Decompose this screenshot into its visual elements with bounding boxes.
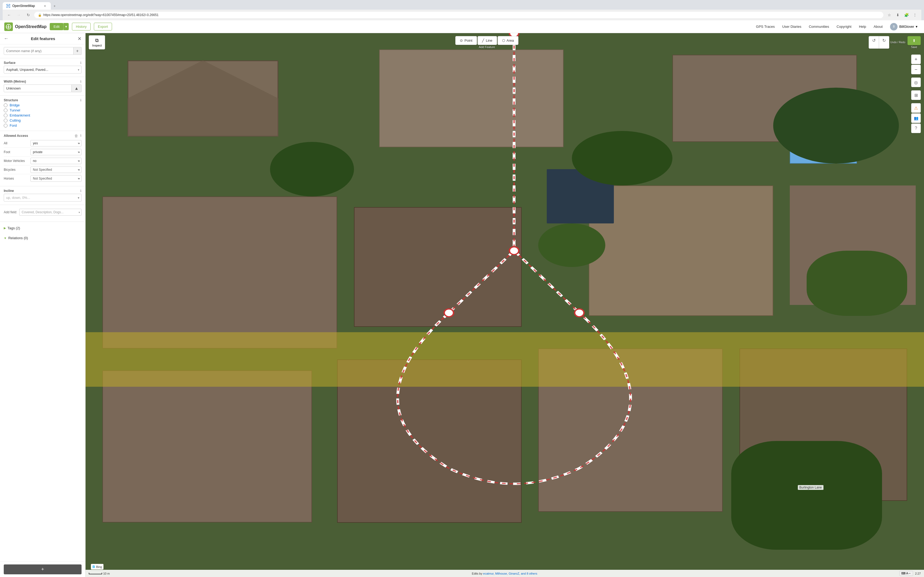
copyright-link[interactable]: Copyright	[834, 24, 854, 30]
url-bar[interactable]: 🔒 https://www.openstreetmap.org/edit?way…	[34, 12, 884, 18]
structure-bridge-option[interactable]: Bridge	[4, 103, 82, 107]
sidebar: ← Edit features ✕ + Surface ℹ	[0, 33, 85, 577]
map-area[interactable]: Burlington Lane B Bing ⧉ Inspect	[85, 33, 924, 577]
help-button[interactable]: ?	[911, 124, 921, 133]
map-path-svg	[85, 33, 924, 577]
keyboard-shortcuts-button[interactable]: ⌨ A↔	[900, 571, 913, 576]
new-tab-button[interactable]: +	[51, 2, 58, 10]
access-bicycles-select[interactable]: Not Specified	[31, 166, 82, 173]
attribution-link[interactable]: ecatmur, Milhouse, GinaroZ, and 8 others	[483, 572, 537, 575]
edit-button[interactable]: Edit	[50, 23, 63, 30]
structure-cutting-option[interactable]: Cutting	[4, 118, 82, 122]
structure-ford-radio[interactable]	[4, 124, 8, 127]
undo-button[interactable]: ↺	[869, 36, 879, 48]
surface-label-row: Surface ℹ	[4, 61, 82, 64]
user-avatar: B	[890, 23, 898, 31]
common-name-input[interactable]	[4, 47, 74, 55]
access-all-select[interactable]: yes	[31, 140, 82, 147]
communities-link[interactable]: Communities	[806, 24, 831, 30]
layers-button[interactable]: ⊞	[911, 90, 921, 100]
width-select[interactable]: Unknown	[4, 84, 72, 92]
line-tool-button[interactable]: ╱ Line	[477, 36, 497, 45]
locate-button[interactable]: ◎	[911, 77, 921, 87]
add-feature-label: Add Feature	[479, 45, 495, 48]
incline-info-icon[interactable]: ℹ	[80, 189, 82, 193]
access-all-label: All	[4, 141, 31, 145]
map-data-button[interactable]: 👥	[911, 113, 921, 123]
allowed-access-delete-icon[interactable]: 🗑	[74, 134, 78, 138]
access-bicycles-label: Bicycles	[4, 168, 31, 172]
user-menu[interactable]: B BillGlover ▾	[888, 22, 920, 32]
edit-dropdown[interactable]: ▾	[63, 23, 69, 30]
username: BillGlover	[899, 24, 914, 29]
save-icon: ⬆	[913, 39, 916, 43]
allowed-access-info-icon[interactable]: ℹ	[80, 134, 82, 138]
width-increment-button[interactable]: ▲	[72, 84, 82, 92]
structure-bridge-radio[interactable]	[4, 103, 8, 107]
extensions-button[interactable]: 🧩	[903, 11, 910, 19]
common-name-add-button[interactable]: +	[74, 47, 82, 55]
reload-button[interactable]: ↻	[24, 11, 32, 19]
relations-section: ▼ Relations (0)	[0, 234, 85, 242]
tags-header[interactable]: ▶ Tags (2)	[4, 224, 82, 232]
undo-redo-group: ↺ ↻	[869, 36, 889, 48]
download-button[interactable]: ⬇	[894, 11, 901, 19]
structure-embankment-radio[interactable]	[4, 114, 8, 117]
access-horses-select[interactable]: Not Specified	[31, 175, 82, 182]
forward-button[interactable]: →	[15, 11, 23, 19]
structure-cutting-radio[interactable]	[4, 119, 8, 122]
add-field-row: Add field: Covered, Description, Dogs...…	[0, 206, 85, 218]
bing-text: Bing	[96, 565, 102, 569]
save-button[interactable]: ⬆	[908, 36, 921, 45]
structure-ford-option[interactable]: Ford	[4, 124, 82, 127]
svg-point-8	[509, 247, 519, 255]
zoom-out-button[interactable]: −	[911, 64, 921, 74]
area-tool-button[interactable]: ⬡ Area	[498, 36, 518, 45]
tab-bar: OpenStreetMap ✕ +	[3, 2, 921, 10]
line-label: Line	[486, 39, 492, 42]
incline-select[interactable]: up, down, 0%...	[4, 194, 82, 201]
help-link[interactable]: Help	[857, 24, 868, 30]
controls-separator-3	[911, 100, 921, 103]
user-diaries-link[interactable]: User Diaries	[780, 24, 804, 30]
gps-traces-link[interactable]: GPS Traces	[754, 24, 777, 30]
access-row-bicycles: Bicycles Not Specified ▾	[4, 166, 82, 174]
add-field-select[interactable]: Covered, Description, Dogs...	[19, 209, 82, 216]
allowed-access-field: Allowed Access 🗑 ℹ All yes	[0, 134, 85, 183]
bing-logo: B Bing	[91, 564, 103, 569]
map-action-buttons: ↺ ↻ Undo / Redo ⬆ Save	[869, 36, 921, 48]
width-info-icon[interactable]: ℹ	[80, 80, 82, 84]
structure-info-icon[interactable]: ℹ	[80, 98, 82, 102]
zoom-in-button[interactable]: +	[911, 55, 921, 64]
history-button[interactable]: History	[72, 23, 90, 31]
surface-info-icon[interactable]: ℹ	[80, 61, 82, 64]
back-button[interactable]: ←	[5, 11, 13, 19]
redo-button[interactable]: ↻	[879, 36, 889, 48]
inspect-label: Inspect	[92, 44, 102, 47]
menu-button[interactable]: ⋮	[911, 11, 919, 19]
bookmark-button[interactable]: ☆	[885, 11, 893, 19]
structure-tunnel-radio[interactable]	[4, 108, 8, 112]
access-motor-select[interactable]: no	[31, 158, 82, 164]
edit-button-group: Edit ▾	[50, 23, 68, 30]
access-motor-vehicles-label: Motor Vehicles	[4, 159, 31, 163]
issues-button[interactable]: ⚠	[911, 103, 921, 113]
point-tool-button[interactable]: ⊙ Point	[455, 36, 477, 45]
relations-header[interactable]: ▼ Relations (0)	[4, 234, 82, 242]
add-large-button[interactable]: +	[4, 564, 82, 574]
divider-5	[0, 186, 85, 186]
area-label: Area	[506, 39, 514, 42]
tab-close-button[interactable]: ✕	[43, 4, 47, 8]
sidebar-back-button[interactable]: ←	[4, 36, 8, 42]
about-link[interactable]: About	[871, 24, 885, 30]
surface-select[interactable]: Asphalt, Unpaved, Paved...	[4, 66, 82, 74]
inspect-button[interactable]: ⧉ Inspect	[89, 35, 105, 50]
sidebar-close-button[interactable]: ✕	[77, 36, 82, 41]
structure-tunnel-option[interactable]: Tunnel	[4, 108, 82, 112]
export-button[interactable]: Export	[94, 23, 112, 31]
structure-embankment-option[interactable]: Embankment	[4, 113, 82, 117]
access-foot-select[interactable]: private	[31, 149, 82, 155]
active-tab[interactable]: OpenStreetMap ✕	[3, 2, 51, 10]
bing-b-letter: B	[92, 565, 95, 569]
svg-point-9	[444, 309, 454, 317]
